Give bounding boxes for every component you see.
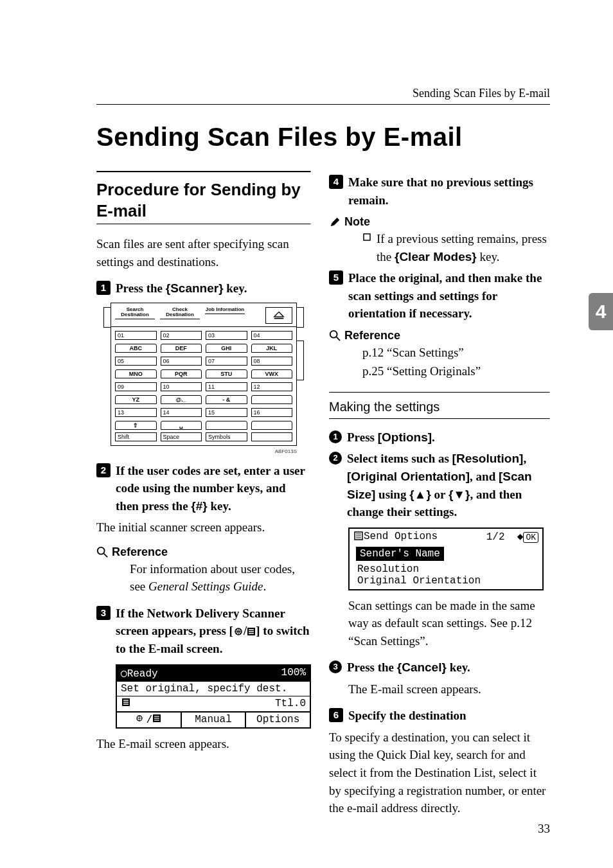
note-item: If a previous setting remains, press the…	[362, 230, 550, 265]
reference-label: Reference	[112, 545, 168, 559]
reference-heading: Reference	[329, 329, 550, 342]
down-arrow-key: ▼	[453, 486, 465, 504]
svg-line-20	[337, 337, 340, 341]
substep-2: 2 Select items such as [Resolution], [Or…	[329, 450, 550, 520]
panel-label: Job Information	[205, 307, 245, 314]
quickdial-key: 12	[251, 382, 293, 391]
quickdial-key: 02	[161, 331, 202, 340]
clear-modes-key: Clear Modes	[399, 250, 472, 263]
lcd-status: ◯Ready	[121, 667, 158, 680]
substep-2-text: Select items such as [Resolution], [Orig…	[347, 450, 550, 520]
quickdial-key: 05	[115, 357, 157, 366]
blank-key	[251, 432, 293, 441]
svg-marker-0	[274, 312, 283, 316]
panel-label: Search Destination	[115, 307, 155, 320]
section-rule	[96, 171, 311, 173]
panel-figure: Search Destination Check Destination Job…	[111, 303, 297, 446]
step-6-text: Specify the destination	[348, 707, 466, 725]
quickdial-key: 07	[206, 357, 247, 366]
left-column: Procedure for Sending by E-mail Scan fil…	[96, 171, 311, 826]
letter-tab: YZ	[115, 395, 157, 404]
letter-tab: ABC	[115, 344, 157, 353]
quickdial-key: 09	[115, 382, 157, 391]
cancel-key: Cancel	[402, 660, 441, 674]
step-number-2: 2	[96, 463, 111, 477]
list-icon	[247, 627, 256, 636]
lcd-option: Resolution	[350, 563, 542, 575]
hash-key: #	[196, 499, 203, 513]
step-6-body: To specify a destination, you can select…	[329, 729, 550, 817]
intro-paragraph: Scan files are sent after specifying sca…	[96, 235, 311, 270]
quickdial-key: 03	[206, 331, 247, 340]
substep-3-text: Press the {Cancel} key.	[347, 659, 470, 677]
step-number-6: 6	[329, 708, 343, 722]
svg-rect-18	[364, 234, 370, 240]
bullet-1: 1	[329, 430, 342, 443]
section-heading: Procedure for Sending by E-mail	[96, 179, 311, 221]
head-rule	[96, 104, 550, 105]
step-1-text: Press the {Scanner} key.	[116, 279, 247, 297]
subheading-rule	[329, 392, 550, 393]
substep-1: 1 Press [Options].	[329, 429, 550, 447]
quickdial-key: 10	[161, 382, 202, 391]
lcd-fkey-mode: /	[117, 713, 182, 727]
svg-line-3	[104, 554, 107, 557]
eject-icon	[265, 307, 292, 324]
quickdial-key: 14	[161, 408, 202, 417]
step-6: 6 Specify the destination	[329, 707, 550, 725]
quickdial-key: 16	[251, 408, 293, 417]
text: key.	[224, 281, 247, 295]
reference-label: Reference	[344, 329, 400, 342]
letter-tab: ⇧	[115, 421, 157, 430]
bullet-2: 2	[329, 452, 342, 465]
letter-tab: STU	[206, 369, 247, 378]
reference-body: For information about user codes, see Ge…	[130, 560, 311, 596]
scanner-key: Scanner	[170, 281, 218, 295]
step-2-text: If the user codes are set, enter a user …	[116, 462, 311, 515]
panel-label: Check Destination	[160, 307, 200, 320]
svg-rect-1	[274, 317, 283, 319]
chapter-tab: 4	[589, 293, 613, 330]
space-key: Space	[161, 432, 202, 441]
lcd-selected-option: Sender's Name	[356, 547, 444, 561]
lcd-line: Set original, specify dest.	[117, 681, 310, 696]
lcd-fkey-manual: Manual	[182, 713, 247, 727]
letter-tab	[251, 421, 293, 430]
reference-line: p.12 “Scan Settings”	[362, 344, 550, 362]
step-3-text: If the Network Delivery Scanner screen a…	[116, 605, 311, 658]
right-column: 4 Make sure that no previous settings re…	[329, 171, 550, 826]
substep-1-text: Press [Options].	[347, 429, 435, 447]
step-number-4: 4	[329, 175, 343, 189]
columns: Procedure for Sending by E-mail Scan fil…	[96, 171, 550, 826]
symbols-key: Symbols	[206, 432, 247, 441]
key-row: 01 02 03 04	[115, 331, 292, 340]
step-2: 2 If the user codes are set, enter a use…	[96, 462, 311, 515]
letter-tab: PQR	[161, 369, 202, 378]
magnifier-icon	[329, 330, 341, 341]
lcd-ready-screen: ◯Ready 100% Set original, specify dest. …	[116, 664, 311, 729]
step-4: 4 Make sure that no previous settings re…	[329, 173, 550, 209]
step-1: 1 Press the {Scanner} key.	[96, 279, 311, 297]
lcd-page-indicator: 1/2 ◆OK	[486, 530, 538, 543]
lcd1-after: The E-mail screen appears.	[96, 735, 311, 753]
letter-tab	[206, 421, 247, 430]
text: Press the	[116, 281, 166, 295]
list-icon	[121, 698, 131, 710]
letter-tab: GHI	[206, 344, 247, 353]
lcd-title: Send Options	[353, 531, 438, 542]
up-arrow-key: ▲	[414, 486, 427, 504]
lcd-option: Original Orientation	[350, 575, 542, 587]
letter-tab: JKL	[251, 344, 293, 353]
reference-heading: Reference	[96, 545, 311, 559]
step-3: 3 If the Network Delivery Scanner screen…	[96, 605, 311, 658]
note-heading: Note	[329, 215, 550, 229]
original-orientation-key: [Original Orientation]	[347, 470, 470, 483]
svg-point-19	[330, 331, 337, 338]
quickdial-key: 11	[206, 382, 247, 391]
step-number-1: 1	[96, 281, 111, 295]
quickdial-key: 13	[115, 408, 157, 417]
network-icon	[233, 627, 244, 636]
lcd-total: Ttl.0	[275, 698, 306, 709]
step-4-text: Make sure that no previous settings rema…	[348, 173, 550, 209]
step-5-text: Place the original, and then make the sc…	[348, 269, 550, 323]
